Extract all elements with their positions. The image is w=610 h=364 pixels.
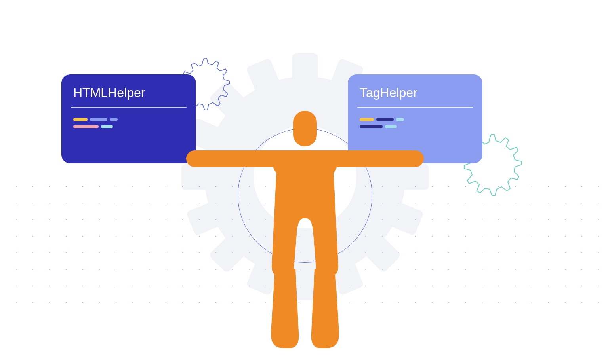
card-divider	[71, 107, 187, 108]
code-snippet-icon	[61, 108, 196, 142]
card-divider	[357, 107, 473, 108]
person-figure-icon	[182, 111, 428, 352]
html-helper-card: HTMLHelper	[61, 74, 196, 163]
html-helper-title: HTMLHelper	[61, 74, 196, 107]
svg-rect-18	[293, 111, 317, 146]
svg-rect-20	[273, 150, 337, 174]
svg-rect-1	[292, 53, 318, 84]
tag-helper-title: TagHelper	[348, 74, 482, 107]
